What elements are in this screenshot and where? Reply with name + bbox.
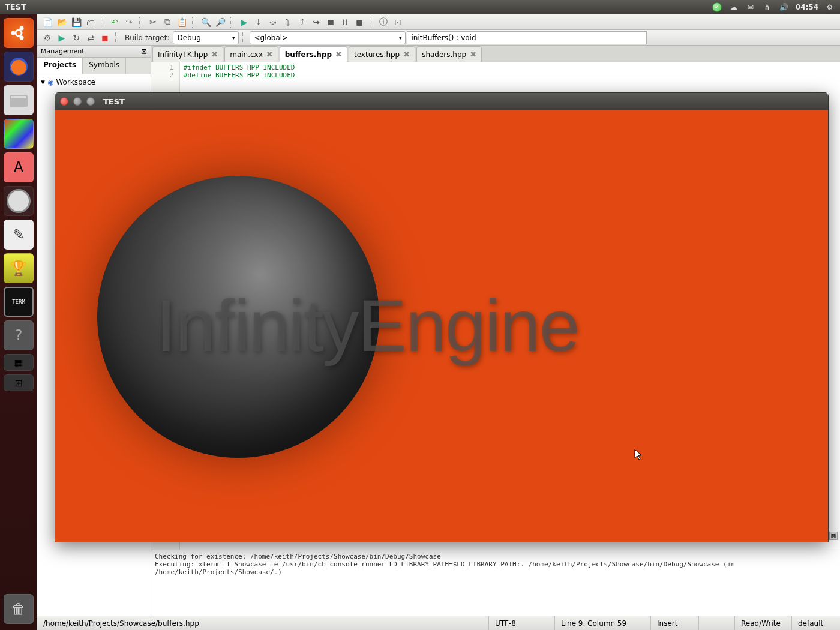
window-minimize-button[interactable] xyxy=(73,97,82,106)
svg-rect-6 xyxy=(11,96,26,98)
function-field[interactable]: initBuffers() : void xyxy=(407,31,647,44)
new-file-icon[interactable]: 📄 xyxy=(41,16,54,28)
close-icon[interactable]: ✖ xyxy=(470,50,476,59)
tree-workspace[interactable]: ▼ ◉ Workspace xyxy=(41,77,147,88)
editor-tab[interactable]: textures.hpp✖ xyxy=(349,46,415,62)
launcher-app-icon-2[interactable]: A xyxy=(4,152,34,182)
clock[interactable]: 04:54 xyxy=(796,3,818,11)
log-line: Checking for existence: /home/keith/Proj… xyxy=(155,553,836,560)
sync-status-icon[interactable] xyxy=(712,2,722,13)
status-mode: Insert xyxy=(651,616,699,630)
editor-tab[interactable]: InfinityTK.hpp✖ xyxy=(152,46,223,62)
launcher-help-icon[interactable]: ? xyxy=(4,320,34,350)
save-icon[interactable]: 💾 xyxy=(70,16,83,28)
step-over-icon[interactable]: ⤼ xyxy=(266,16,280,28)
svg-point-1 xyxy=(11,31,16,35)
close-icon[interactable]: ✖ xyxy=(403,50,410,59)
chevron-down-icon: ▾ xyxy=(399,35,402,41)
tab-symbols[interactable]: Symbols xyxy=(83,58,126,74)
find-icon[interactable]: 🔍 xyxy=(199,16,212,28)
app-titlebar[interactable]: TEST xyxy=(55,93,828,110)
management-header: Management ⊠ xyxy=(37,46,151,58)
run-icon[interactable]: ▶ xyxy=(238,16,251,28)
continue-icon[interactable]: ↪ xyxy=(310,16,323,28)
management-tabs: Projects Symbols xyxy=(37,58,151,74)
abort-icon[interactable]: ◼ xyxy=(98,32,112,44)
launcher-trash-icon[interactable]: 🗑 xyxy=(4,594,34,624)
close-icon[interactable]: ✖ xyxy=(266,50,273,59)
build-run-icon[interactable]: ▶ xyxy=(55,32,68,44)
main-toolbar: 📄 📂 💾 🗃 ↶ ↷ ✂ ⧉ 📋 🔍 🔎 ▶ ⤓ ⤼ ⤵ ⤴ ↪ ⏹ ⏸ ◼ … xyxy=(37,14,840,30)
launcher-workspace-icon[interactable]: ⊞ xyxy=(4,374,34,391)
toggle-icon[interactable]: ⊡ xyxy=(391,16,404,28)
pause-icon[interactable]: ⏸ xyxy=(338,16,352,28)
build-log[interactable]: Checking for existence: /home/keith/Proj… xyxy=(151,550,840,616)
chevron-down-icon: ▾ xyxy=(232,35,235,41)
engine-logo-text: InfinityEngine xyxy=(156,284,578,368)
launcher-dash-icon[interactable] xyxy=(4,18,34,48)
window-close-button[interactable] xyxy=(60,97,68,106)
cut-icon[interactable]: ✂ xyxy=(146,16,160,28)
step-out-icon[interactable]: ⤴ xyxy=(295,16,308,28)
build-icon[interactable]: ⚙ xyxy=(41,32,54,44)
volume-icon[interactable]: 🔊 xyxy=(779,2,790,13)
launcher-firefox-icon[interactable] xyxy=(4,52,34,82)
build-target-select[interactable]: Debug ▾ xyxy=(173,31,239,44)
build-all-icon[interactable]: ⇄ xyxy=(84,32,97,44)
launcher-files-icon[interactable] xyxy=(4,85,34,115)
svg-point-0 xyxy=(16,30,22,36)
top-panel: TEST ☁ ✉ ⋔ 🔊 04:54 ⚙ xyxy=(0,0,840,14)
replace-icon[interactable]: 🔎 xyxy=(214,16,227,28)
editor-tabs: InfinityTK.hpp✖ main.cxx✖ buffers.hpp✖ t… xyxy=(151,46,840,62)
launcher-editor-icon[interactable]: ✎ xyxy=(4,220,34,250)
status-encoding: UTF-8 xyxy=(489,616,555,630)
open-file-icon[interactable]: 📂 xyxy=(55,16,68,28)
editor-tab[interactable]: main.cxx✖ xyxy=(224,46,278,62)
cursor-icon xyxy=(634,449,643,461)
editor-tab-active[interactable]: buffers.hpp✖ xyxy=(280,46,347,62)
network-icon[interactable]: ⋔ xyxy=(762,2,773,13)
chevron-down-icon: ▼ xyxy=(41,79,45,85)
build-toolbar: ⚙ ▶ ↻ ⇄ ◼ Build target: Debug ▾ <global>… xyxy=(37,30,840,46)
launcher-terminal-icon[interactable]: TERM xyxy=(4,287,34,317)
stop-icon[interactable]: ◼ xyxy=(353,16,366,28)
save-all-icon[interactable]: 🗃 xyxy=(84,16,97,28)
paste-icon[interactable]: 📋 xyxy=(175,16,188,28)
launcher-app-icon-4[interactable]: 🏆 xyxy=(4,253,34,283)
status-position: Line 9, Column 59 xyxy=(555,616,651,630)
svg-point-2 xyxy=(20,26,24,31)
close-icon[interactable]: ⊠ xyxy=(829,532,838,540)
undo-icon[interactable]: ↶ xyxy=(108,16,121,28)
workspace-icon: ◉ xyxy=(47,78,53,86)
redo-icon[interactable]: ↷ xyxy=(122,16,136,28)
status-profile: default xyxy=(792,616,840,630)
app-window-title: TEST xyxy=(103,97,125,106)
break-icon[interactable]: ⏹ xyxy=(324,16,337,28)
step-into-icon[interactable]: ⤵ xyxy=(281,16,294,28)
launcher-expo-icon[interactable]: ▦ xyxy=(4,354,34,371)
build-target-label: Build target: xyxy=(125,34,169,42)
launcher-app-icon-3[interactable] xyxy=(4,186,34,216)
scope-select[interactable]: <global> ▾ xyxy=(250,31,406,44)
launcher-app-icon-1[interactable] xyxy=(4,119,34,149)
debug-run-icon[interactable]: ⤓ xyxy=(252,16,265,28)
cloud-icon[interactable]: ☁ xyxy=(728,2,739,13)
tab-projects[interactable]: Projects xyxy=(37,58,83,74)
window-maximize-button[interactable] xyxy=(86,97,95,106)
info-icon[interactable]: ⓘ xyxy=(377,16,390,28)
editor-tab[interactable]: shaders.hpp✖ xyxy=(416,46,482,62)
close-icon[interactable]: ✖ xyxy=(335,50,342,59)
system-tray: ☁ ✉ ⋔ 🔊 04:54 ⚙ xyxy=(712,2,835,13)
close-icon[interactable]: ✖ xyxy=(211,50,218,59)
close-icon[interactable]: ⊠ xyxy=(141,47,147,56)
svg-point-3 xyxy=(20,36,24,40)
unity-launcher: A ✎ 🏆 TERM ? ▦ ⊞ 🗑 xyxy=(0,14,37,630)
mail-icon[interactable]: ✉ xyxy=(745,2,756,13)
log-line: Executing: xterm -T Showcase -e /usr/bin… xyxy=(155,560,836,576)
app-viewport[interactable]: InfinityEngine xyxy=(55,110,828,542)
app-window: TEST InfinityEngine xyxy=(55,92,829,542)
status-blank xyxy=(699,616,735,630)
rebuild-icon[interactable]: ↻ xyxy=(70,32,83,44)
copy-icon[interactable]: ⧉ xyxy=(161,16,174,28)
power-icon[interactable]: ⚙ xyxy=(824,2,835,13)
